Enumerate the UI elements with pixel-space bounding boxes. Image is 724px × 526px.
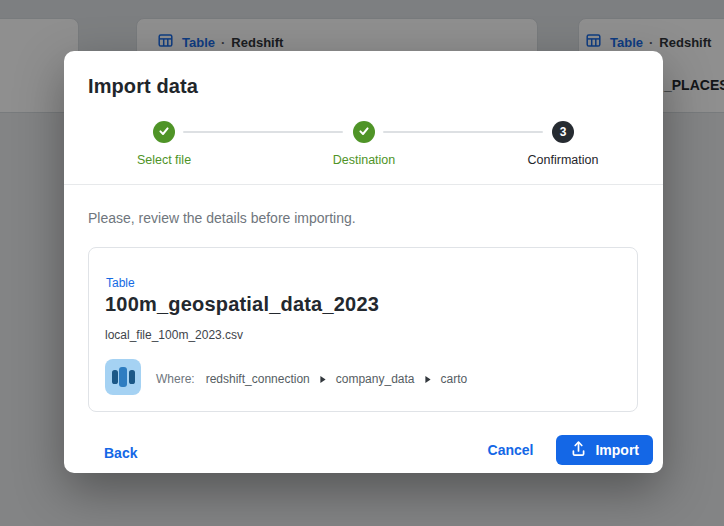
breadcrumb-arrow-icon [424, 375, 432, 384]
summary-table-name: 100m_geospatial_data_2023 [105, 293, 379, 316]
where-label: Where: [156, 372, 195, 386]
step-label: Select file [137, 153, 191, 167]
import-data-modal: Import data Select file Destination [64, 51, 663, 473]
step-label: Destination [333, 153, 396, 167]
summary-file-name: local_file_100m_2023.csv [105, 328, 243, 342]
step-complete-check-circle [353, 121, 375, 143]
cancel-button[interactable]: Cancel [488, 442, 534, 458]
step-complete-check-circle [153, 121, 175, 143]
step-confirmation: 3 Confirmation [463, 121, 663, 167]
step-number-circle: 3 [552, 121, 574, 143]
import-summary-card: Table 100m_geospatial_data_2023 local_fi… [88, 247, 638, 412]
path-schema: carto [441, 372, 468, 386]
path-database: company_data [336, 372, 415, 386]
step-destination: Destination [264, 121, 464, 167]
path-connection: redshift_connection [206, 372, 310, 386]
import-button-label: Import [595, 442, 639, 458]
step-select-file: Select file [64, 121, 264, 167]
check-icon [358, 123, 370, 141]
import-data-page: Table · Redshift Table · Redshift _PL [0, 0, 724, 526]
import-stepper: Select file Destination 3 Confirmation [64, 121, 663, 173]
import-button[interactable]: Import [556, 435, 653, 465]
modal-description: Please, review the details before import… [88, 210, 356, 226]
modal-header-divider [64, 184, 663, 185]
redshift-icon [105, 359, 141, 399]
summary-type-label: Table [106, 276, 135, 290]
upload-icon [570, 440, 587, 460]
check-icon [158, 123, 170, 141]
breadcrumb-arrow-icon [319, 375, 327, 384]
modal-title: Import data [88, 75, 198, 98]
step-label: Confirmation [528, 153, 599, 167]
back-button[interactable]: Back [104, 445, 137, 461]
